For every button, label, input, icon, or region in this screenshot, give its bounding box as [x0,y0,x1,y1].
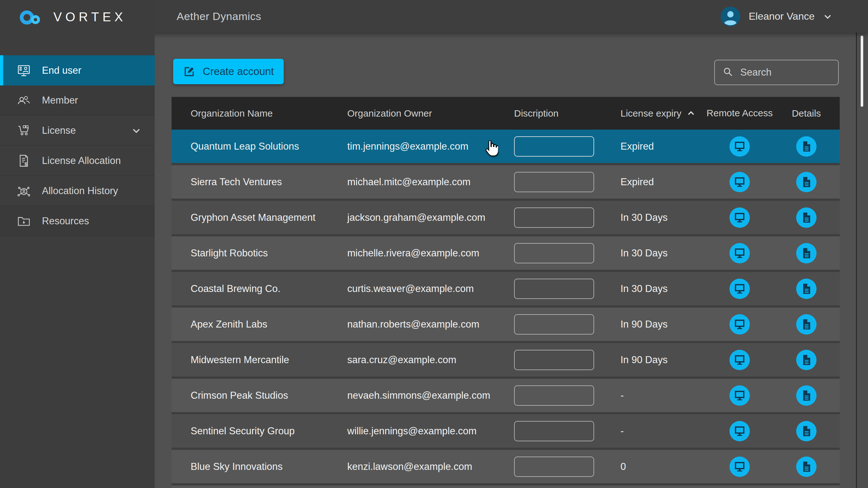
table-row[interactable]: Quantum Leap Solutionstim.jennings@examp… [172,130,840,165]
remote-access-button[interactable] [730,421,750,441]
remote-access-button[interactable] [730,243,750,264]
edit-icon [183,65,196,78]
sidebar-item-label: Resources [42,215,89,227]
col-remote-access: Remote Access [706,108,773,119]
search-box [714,60,839,85]
remote-access-button[interactable] [730,457,750,477]
sidebar-item-member[interactable]: Member [0,86,155,116]
document-icon [801,390,812,401]
col-organization-name: Organization Name [172,108,347,119]
license-cart-icon [17,123,31,138]
remote-access-button[interactable] [730,208,750,228]
organizations-table: Organization Name Organization Owner Dis… [172,97,840,485]
table-row[interactable]: Sierra Tech Venturesmichael.mitc@example… [172,165,840,201]
create-account-button[interactable]: Create account [173,59,284,84]
sidebar-item-label: License [42,125,76,136]
description-input[interactable] [514,421,594,441]
monitor-icon [734,247,745,259]
sidebar-item-license-allocation[interactable]: $License Allocation [0,146,155,176]
description-input[interactable] [514,243,594,264]
org-owner-cell: michelle.rivera@example.com [347,247,514,259]
description-input[interactable] [514,386,594,406]
user-menu[interactable]: Eleanor Vance [720,0,832,33]
details-button[interactable] [796,136,816,157]
license-expiry-cell: In 90 Days [620,319,706,330]
monitor-icon [734,425,745,437]
cloud-logo-icon [17,7,48,27]
description-input[interactable] [514,457,594,477]
details-button[interactable] [796,243,816,264]
details-button[interactable] [796,172,816,192]
document-icon [801,283,812,295]
table-row[interactable]: Midwestern Mercantilesara.cruz@example.c… [172,343,840,379]
sidebar: VORTEX End userMemberLicense$License All… [0,0,155,488]
sidebar-item-resources[interactable]: Resources [0,206,155,236]
org-owner-cell: curtis.weaver@example.com [347,283,514,295]
remote-access-button[interactable] [730,136,750,157]
sidebar-item-allocation-history[interactable]: Allocation History [0,176,155,206]
col-details: Details [773,108,840,119]
monitor-icon [734,141,745,152]
document-icon [801,247,812,259]
create-account-label: Create account [203,65,274,78]
license-expiry-cell: In 30 Days [620,212,706,223]
table-row[interactable]: Gryphon Asset Managementjackson.graham@e… [172,201,840,236]
page-title: Aether Dynamics [177,0,261,33]
sidebar-item-end-user[interactable]: End user [0,55,155,86]
org-owner-cell: jackson.graham@example.com [347,212,514,223]
description-input[interactable] [514,172,594,192]
details-button[interactable] [796,457,816,477]
table-row[interactable]: Sentinel Security Groupwillie.jennings@e… [172,414,840,450]
org-owner-cell: willie.jennings@example.com [347,425,514,437]
org-name-cell: Quantum Leap Solutions [172,141,347,152]
org-name-cell: Starlight Robotics [172,247,347,259]
details-button[interactable] [796,314,816,335]
details-button[interactable] [796,279,816,299]
org-name-cell: Gryphon Asset Management [172,212,347,223]
sidebar-item-license[interactable]: License [0,116,155,146]
sidebar-item-label: Allocation History [42,185,118,197]
col-discription: Discription [514,108,620,119]
monitor-icon [734,176,745,188]
org-owner-cell: sara.cruz@example.com [347,354,514,366]
description-input[interactable] [514,350,594,370]
license-expiry-cell: In 30 Days [620,247,706,259]
remote-access-button[interactable] [730,279,750,299]
org-name-cell: Sentinel Security Group [172,425,347,437]
description-input[interactable] [514,208,594,228]
allocation-history-network-icon [17,184,31,198]
search-input[interactable] [740,66,831,79]
next-row-peek [172,485,840,488]
table-row[interactable]: Apex Zenith Labsnathan.roberts@example.c… [172,308,840,343]
org-owner-cell: nathan.roberts@example.com [347,319,514,330]
table-header: Organization Name Organization Owner Dis… [172,97,840,130]
remote-access-button[interactable] [730,386,750,406]
member-people-icon [17,93,31,108]
sidebar-item-label: End user [42,65,81,76]
license-expiry-cell: 0 [620,461,706,472]
scrollbar-thumb[interactable] [861,36,863,107]
remote-access-button[interactable] [730,314,750,335]
table-body: Quantum Leap Solutionstim.jennings@examp… [172,130,840,485]
document-icon [801,425,812,437]
brand-name: VORTEX [53,10,126,24]
details-button[interactable] [796,208,816,228]
remote-access-button[interactable] [730,350,750,370]
description-input[interactable] [514,279,594,299]
table-row[interactable]: Blue Sky Innovationskenzi.lawson@example… [172,450,840,485]
org-name-cell: Midwestern Mercantile [172,354,347,366]
org-name-cell: Crimson Peak Studios [172,390,347,401]
document-icon [801,176,812,188]
details-button[interactable] [796,350,816,370]
col-license-expiry[interactable]: License expiry [620,108,706,119]
search-icon [722,66,733,79]
description-input[interactable] [514,314,594,335]
table-row[interactable]: Starlight Roboticsmichelle.rivera@exampl… [172,236,840,272]
remote-access-button[interactable] [730,172,750,192]
table-row[interactable]: Coastal Brewing Co.curtis.weaver@example… [172,272,840,308]
details-button[interactable] [796,421,816,441]
table-row[interactable]: Crimson Peak Studiosnevaeh.simmons@examp… [172,379,840,414]
details-button[interactable] [796,386,816,406]
description-input[interactable] [514,136,594,157]
org-name-cell: Sierra Tech Ventures [172,176,347,188]
